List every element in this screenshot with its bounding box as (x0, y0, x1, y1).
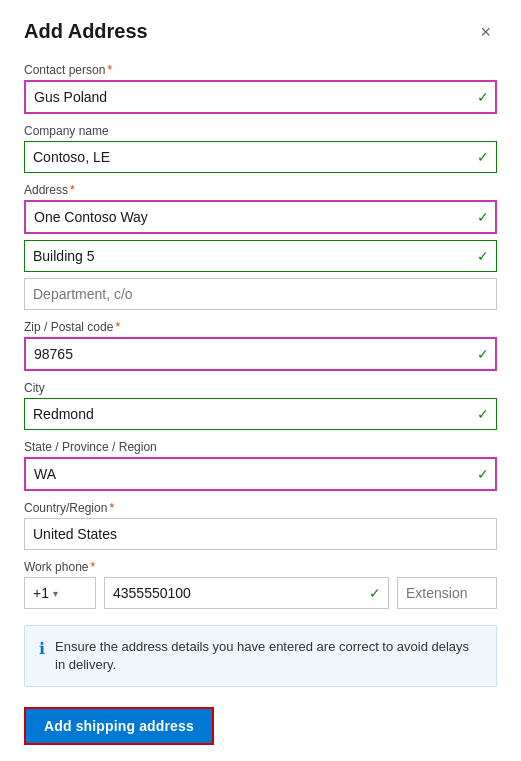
phone-country-selector[interactable]: +1 ▾ +1 (24, 577, 96, 609)
address-label: Address* (24, 183, 497, 197)
close-button[interactable]: × (474, 21, 497, 43)
country-input[interactable] (24, 518, 497, 550)
zip-input-wrapper: ✓ (24, 337, 497, 371)
state-input[interactable] (24, 457, 497, 491)
address-line1-wrapper: ✓ (24, 200, 497, 234)
country-field: Country/Region* (24, 501, 497, 550)
add-shipping-button[interactable]: Add shipping address (24, 707, 214, 745)
address-line2-input[interactable] (24, 240, 497, 272)
dialog-title: Add Address (24, 20, 148, 43)
address-line1-input[interactable] (24, 200, 497, 234)
extension-input[interactable] (397, 577, 497, 609)
address-line2-wrapper: ✓ (24, 240, 497, 272)
work-phone-field: Work phone* +1 ▾ +1 ✓ (24, 560, 497, 609)
zip-input[interactable] (24, 337, 497, 371)
city-field: City ✓ (24, 381, 497, 430)
city-input[interactable] (24, 398, 497, 430)
state-field: State / Province / Region ✓ (24, 440, 497, 491)
zip-field: Zip / Postal code* ✓ (24, 320, 497, 371)
phone-number-input[interactable] (104, 577, 389, 609)
address-line3-wrapper (24, 278, 497, 310)
city-label: City (24, 381, 497, 395)
address-line3-input[interactable] (24, 278, 497, 310)
company-name-field: Company name ✓ (24, 124, 497, 173)
city-input-wrapper: ✓ (24, 398, 497, 430)
country-input-wrapper (24, 518, 497, 550)
work-phone-label: Work phone* (24, 560, 497, 574)
add-address-dialog: Add Address × Contact person* ✓ Company … (0, 0, 521, 761)
zip-label: Zip / Postal code* (24, 320, 497, 334)
company-name-input-wrapper: ✓ (24, 141, 497, 173)
country-label: Country/Region* (24, 501, 497, 515)
contact-person-input[interactable] (24, 80, 497, 114)
phone-row: +1 ▾ +1 ✓ (24, 577, 497, 609)
state-label: State / Province / Region (24, 440, 497, 454)
state-input-wrapper: ✓ (24, 457, 497, 491)
dialog-header: Add Address × (24, 20, 497, 43)
contact-person-field: Contact person* ✓ (24, 63, 497, 114)
info-banner-text: Ensure the address details you have ente… (55, 638, 482, 674)
info-icon: ℹ (39, 639, 45, 658)
contact-person-input-wrapper: ✓ (24, 80, 497, 114)
company-name-label: Company name (24, 124, 497, 138)
phone-number-wrapper: ✓ (104, 577, 389, 609)
info-banner: ℹ Ensure the address details you have en… (24, 625, 497, 687)
company-name-input[interactable] (24, 141, 497, 173)
contact-person-label: Contact person* (24, 63, 497, 77)
address-field: Address* ✓ ✓ (24, 183, 497, 310)
